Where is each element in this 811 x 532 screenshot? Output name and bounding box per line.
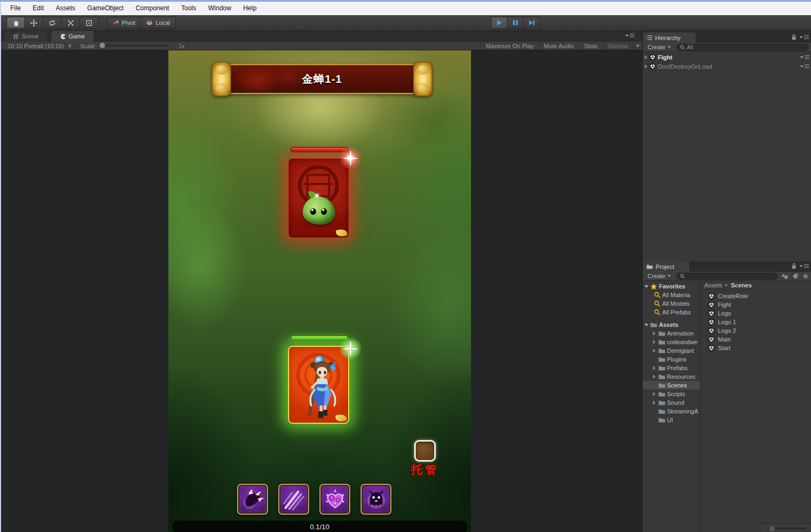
menu-item[interactable]: Tools — [175, 2, 202, 15]
rect-icon — [85, 19, 93, 27]
tab-scene[interactable]: Scene — [4, 31, 47, 42]
favorites-filter-item[interactable]: All Prefabs — [643, 308, 700, 317]
scale-icon — [67, 19, 75, 27]
favorites-filter-item[interactable]: All Models — [643, 299, 700, 308]
folder-icon — [658, 348, 665, 354]
lock-icon[interactable] — [792, 263, 796, 269]
thumbnail-size-knob[interactable] — [769, 526, 775, 531]
project-folder-row[interactable]: Sound — [643, 398, 700, 407]
scale-tool-button[interactable] — [62, 17, 80, 29]
unity-editor-window: FileEditAssetsGameObjectComponentToolsWi… — [0, 0, 811, 532]
scene-file-row[interactable]: Fight — [701, 300, 811, 309]
project-folder-row[interactable]: Scripts — [643, 390, 700, 398]
search-by-label-icon[interactable] — [792, 273, 799, 279]
project-folder-row[interactable]: StreamingA — [643, 407, 700, 416]
auto-battle-button[interactable] — [414, 440, 436, 462]
stats-button[interactable]: Stats — [579, 42, 603, 50]
tab-game[interactable]: Game — [51, 31, 94, 42]
menu-item[interactable]: Help — [237, 2, 263, 15]
scene-file-row[interactable]: Logo — [701, 309, 811, 318]
scene-file-row[interactable]: Logo 2 — [701, 326, 811, 335]
step-button[interactable] — [524, 17, 540, 29]
hierarchy-search-input[interactable]: All — [676, 44, 809, 51]
game-render-area: 金蝉1-1 — [168, 50, 471, 532]
collapse-arrow-icon[interactable] — [644, 324, 649, 326]
menu-item[interactable]: Window — [202, 2, 237, 15]
rotate-tool-button[interactable] — [43, 17, 62, 29]
project-folder-row[interactable]: Resources — [643, 372, 700, 381]
scene-file-row[interactable]: Start — [701, 344, 811, 352]
expand-arrow-icon[interactable] — [653, 331, 656, 336]
menu-item[interactable]: GameObject — [81, 2, 129, 15]
scene-file-row[interactable]: Logo 1 — [701, 318, 811, 326]
breadcrumb-root[interactable]: Assets — [704, 282, 722, 288]
project-folder-row[interactable]: Animation — [643, 329, 700, 338]
gizmos-dropdown-arrow[interactable] — [633, 42, 642, 50]
project-folder-row[interactable]: codeandwe — [643, 338, 700, 346]
scene-row-menu-icon[interactable] — [800, 64, 809, 68]
favorites-filter-item[interactable]: All Materia — [643, 291, 700, 299]
project-panel-menu-icon[interactable] — [800, 264, 809, 268]
hierarchy-create-button[interactable]: Create — [645, 44, 673, 50]
move-tool-button[interactable] — [25, 17, 43, 29]
favorites-header[interactable]: Favorites — [643, 282, 700, 291]
breadcrumb-current[interactable]: Scenes — [731, 282, 752, 288]
project-folder-row[interactable]: Plugins — [643, 355, 700, 364]
hierarchy-panel-menu-icon[interactable] — [800, 35, 809, 39]
pause-button[interactable] — [507, 17, 524, 29]
hierarchy-scene-row[interactable]: Fight — [643, 52, 811, 62]
thumbnail-size-slider[interactable] — [767, 528, 806, 529]
scene-file-row[interactable]: Main — [701, 335, 811, 344]
project-search-input[interactable] — [676, 273, 778, 280]
gizmos-button[interactable]: Gizmos — [603, 42, 633, 50]
demon-skill-button[interactable] — [361, 484, 391, 515]
assets-root-folder[interactable]: Assets — [643, 320, 700, 329]
hand-tool-button[interactable] — [6, 17, 25, 29]
project-folder-row[interactable]: Demigiant — [643, 346, 700, 355]
rect-tool-button[interactable] — [80, 17, 99, 29]
expand-arrow-icon[interactable] — [653, 340, 656, 344]
local-toggle-button[interactable]: Local — [141, 17, 175, 29]
maximize-on-play-button[interactable]: Maximize On Play — [480, 42, 539, 50]
enemy-card[interactable] — [288, 158, 349, 238]
collapse-arrow-icon[interactable] — [644, 285, 649, 288]
project-folder-row[interactable]: Scenes — [643, 381, 700, 390]
project-folder-row[interactable]: Prefabs — [643, 364, 700, 372]
expand-arrow-icon[interactable] — [653, 349, 656, 353]
hierarchy-tab[interactable]: Hierarchy — [643, 32, 696, 43]
menu-item[interactable]: Component — [129, 2, 175, 15]
player-card[interactable] — [288, 346, 349, 424]
folder-icon — [658, 391, 665, 397]
mute-audio-button[interactable]: Mute Audio — [539, 42, 579, 50]
pivot-toggle-button[interactable]: Pivot — [107, 17, 141, 29]
play-button[interactable] — [491, 17, 507, 29]
menu-item[interactable]: Assets — [50, 2, 81, 15]
lock-icon[interactable] — [792, 34, 796, 40]
hierarchy-scene-row[interactable]: DontDestroyOnLoad — [643, 62, 811, 71]
aspect-dropdown[interactable]: 16:10 Portrait (10:16) — [1, 43, 71, 49]
scale-slider-knob[interactable] — [100, 43, 105, 48]
slash-skill-button[interactable] — [278, 484, 309, 515]
expand-arrow-icon[interactable] — [653, 366, 656, 370]
favorites-star-icon[interactable] — [802, 273, 809, 279]
game-view-menu-icon[interactable] — [625, 34, 635, 37]
project-tab[interactable]: Project — [643, 261, 689, 272]
scene-file-row[interactable]: CreateRole — [701, 292, 811, 300]
expand-arrow-icon[interactable] — [653, 392, 656, 396]
expand-arrow-icon[interactable] — [645, 64, 648, 69]
expand-arrow-icon[interactable] — [653, 400, 656, 405]
project-create-button[interactable]: Create — [645, 273, 673, 279]
expand-arrow-icon[interactable] — [645, 55, 648, 60]
scene-row-menu-icon[interactable] — [800, 55, 809, 59]
auto-battle-label: 托管 — [409, 462, 441, 477]
menu-item[interactable]: Edit — [27, 2, 50, 15]
expand-arrow-icon[interactable] — [653, 375, 656, 379]
spiked-heart-skill-button[interactable] — [319, 484, 350, 515]
hierarchy-tree: Fight DontDestroyOnLoad — [643, 52, 811, 261]
menu-item[interactable]: File — [4, 2, 27, 15]
step-icon — [528, 19, 535, 27]
claw-skill-button[interactable] — [237, 484, 268, 515]
project-folder-row[interactable]: UI — [643, 416, 700, 424]
search-by-type-icon[interactable] — [781, 273, 788, 279]
scale-slider[interactable] — [99, 45, 168, 47]
